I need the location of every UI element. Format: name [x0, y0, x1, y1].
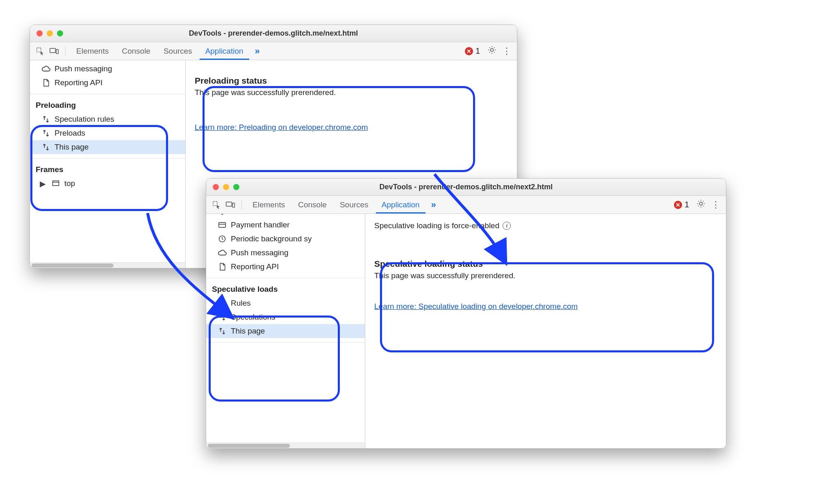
- window-title: DevTools - prerender-demos.glitch.me/nex…: [36, 29, 511, 38]
- horizontal-scrollbar[interactable]: [30, 262, 185, 268]
- svg-rect-8: [219, 222, 226, 227]
- tab-console[interactable]: Console: [292, 196, 332, 213]
- close-icon[interactable]: [36, 30, 43, 36]
- tab-sources[interactable]: Sources: [334, 196, 374, 213]
- sidebar-item-label: Preloads: [55, 129, 184, 138]
- settings-icon[interactable]: [696, 199, 705, 210]
- svg-rect-1: [50, 48, 56, 52]
- sidebar[interactable]: Push messaging Reporting API Preloading …: [30, 60, 186, 268]
- main-panel: Speculative loading is force-enabled i S…: [365, 214, 726, 448]
- device-toggle-icon[interactable]: [48, 45, 60, 57]
- sidebar-item-label: Notifications: [231, 214, 363, 216]
- sidebar-item-rules[interactable]: Rules: [206, 296, 365, 310]
- sidebar-item-top-frame[interactable]: ▶ top: [30, 177, 185, 191]
- file-icon: [41, 78, 50, 87]
- titlebar: DevTools - prerender-demos.glitch.me/nex…: [206, 179, 726, 196]
- sidebar[interactable]: Notifications Payment handler Periodic b…: [206, 214, 365, 448]
- sidebar-item-push-messaging[interactable]: Push messaging: [206, 246, 365, 260]
- sidebar-group-preloading: Preloading Speculation rules Preloads Th…: [30, 98, 185, 154]
- svg-rect-6: [226, 202, 232, 206]
- status-body: This page was successfully prerendered.: [374, 271, 717, 280]
- sidebar-item-label: top: [64, 179, 184, 188]
- sidebar-item-speculations[interactable]: Speculations: [206, 310, 365, 324]
- sidebar-item-preloads[interactable]: Preloads: [30, 126, 185, 140]
- sidebar-item-label: Push messaging: [231, 248, 363, 257]
- bell-icon: [218, 214, 227, 216]
- sidebar-heading: Frames: [30, 162, 185, 177]
- toolbar-separator: [241, 200, 242, 210]
- sidebar-item-push-messaging[interactable]: Push messaging: [30, 62, 185, 76]
- disclosure-triangle-icon[interactable]: ▶: [38, 179, 47, 188]
- device-toggle-icon[interactable]: [224, 199, 237, 211]
- frame-icon: [51, 179, 60, 188]
- kebab-menu-icon[interactable]: ⋮: [711, 200, 720, 210]
- info-line: Speculative loading is force-enabled i: [374, 221, 717, 230]
- error-icon: ✕: [465, 47, 473, 55]
- more-tabs-icon[interactable]: »: [427, 200, 440, 210]
- sidebar-group-frames: Frames ▶ top: [30, 162, 185, 191]
- minimize-icon[interactable]: [47, 30, 53, 36]
- file-icon: [218, 262, 227, 271]
- error-count-badge[interactable]: ✕ 1: [674, 200, 689, 209]
- updown-icon: [41, 143, 50, 152]
- sidebar-item-speculation-rules[interactable]: Speculation rules: [30, 112, 185, 126]
- cloud-icon: [41, 64, 50, 73]
- updown-icon: [218, 327, 227, 336]
- svg-rect-5: [213, 201, 217, 205]
- traffic-lights: [213, 184, 239, 190]
- tab-elements[interactable]: Elements: [247, 196, 291, 213]
- maximize-icon[interactable]: [233, 184, 239, 190]
- toolbar: Elements Console Sources Application » ✕…: [30, 42, 517, 60]
- sidebar-item-label: This page: [231, 327, 363, 336]
- kebab-menu-icon[interactable]: ⋮: [502, 46, 511, 57]
- sidebar-heading: Preloading: [30, 98, 185, 112]
- sidebar-item-payment-handler[interactable]: Payment handler: [206, 218, 365, 232]
- sidebar-separator: [206, 278, 365, 278]
- toolbar: Elements Console Sources Application » ✕…: [206, 196, 726, 214]
- sidebar-item-periodic-bg-sync[interactable]: Periodic background sy: [206, 232, 365, 246]
- sidebar-item-label: Payment handler: [231, 220, 363, 229]
- status-title: Preloading status: [195, 76, 508, 86]
- scrollbar-thumb[interactable]: [32, 263, 114, 268]
- inspect-icon[interactable]: [34, 45, 46, 57]
- minimize-icon[interactable]: [223, 184, 229, 190]
- learn-more-link[interactable]: Learn more: Speculative loading on devel…: [374, 302, 578, 311]
- sidebar-item-this-page[interactable]: This page: [206, 324, 365, 338]
- maximize-icon[interactable]: [57, 30, 63, 36]
- tab-application[interactable]: Application: [376, 196, 426, 213]
- more-tabs-icon[interactable]: »: [251, 46, 264, 57]
- tab-elements[interactable]: Elements: [71, 43, 114, 60]
- sidebar-item-label: This page: [55, 143, 184, 152]
- tab-console[interactable]: Console: [116, 43, 156, 60]
- horizontal-scrollbar[interactable]: [206, 443, 365, 448]
- sidebar-item-reporting-api[interactable]: Reporting API: [30, 76, 185, 90]
- updown-icon: [218, 313, 227, 322]
- close-icon[interactable]: [213, 184, 219, 190]
- tab-application[interactable]: Application: [200, 43, 249, 60]
- status-body: This page was successfully prerendered.: [195, 88, 508, 97]
- error-count: 1: [685, 200, 689, 209]
- titlebar: DevTools - prerender-demos.glitch.me/nex…: [30, 25, 517, 42]
- sidebar-separator: [30, 94, 185, 94]
- sidebar-item-label: Speculation rules: [55, 115, 184, 124]
- error-icon: ✕: [674, 201, 682, 209]
- inspect-icon[interactable]: [210, 199, 223, 211]
- sidebar-item-label: Reporting API: [231, 262, 363, 271]
- sidebar-item-this-page[interactable]: This page: [30, 140, 185, 154]
- learn-more-link[interactable]: Learn more: Preloading on developer.chro…: [195, 123, 368, 132]
- settings-icon[interactable]: [487, 45, 496, 57]
- scrollbar-thumb[interactable]: [208, 444, 290, 448]
- traffic-lights: [36, 30, 63, 36]
- updown-icon: [218, 299, 227, 308]
- panes: Notifications Payment handler Periodic b…: [206, 214, 726, 448]
- updown-icon: [41, 115, 50, 124]
- error-count-badge[interactable]: ✕ 1: [465, 46, 480, 56]
- svg-rect-7: [232, 203, 234, 207]
- tab-sources[interactable]: Sources: [158, 43, 198, 60]
- sidebar-item-reporting-api[interactable]: Reporting API: [206, 260, 365, 274]
- window-title: DevTools - prerender-demos.glitch.me/nex…: [212, 183, 720, 191]
- sidebar-item-label: Reporting API: [55, 78, 184, 87]
- card-icon: [218, 220, 227, 229]
- sidebar-item-notifications[interactable]: Notifications: [206, 214, 365, 218]
- info-icon[interactable]: i: [503, 222, 511, 230]
